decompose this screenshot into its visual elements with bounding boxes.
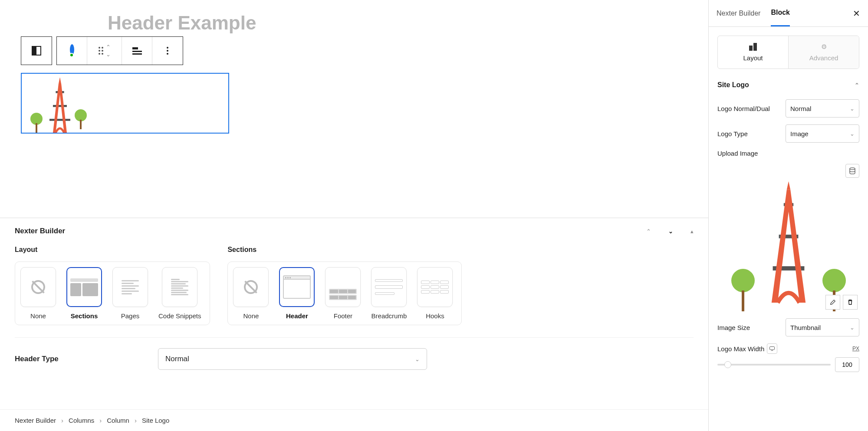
logo-mode-select[interactable]: Normal ⌄ <box>786 99 859 118</box>
section-option-hooks[interactable]: Hooks <box>417 267 453 320</box>
globe-icon <box>71 45 73 56</box>
layout-option-code[interactable]: Code Snippets <box>158 267 201 320</box>
section-option-breadcrumb[interactable]: Breadcrumb <box>371 267 407 320</box>
nexter-builder-panel: Nexter Builder ⌃ ⌄ ▴ Layout None <box>0 218 708 409</box>
site-logo-block-icon <box>32 46 41 56</box>
header-type-label: Header Type <box>15 355 158 363</box>
logo-preview[interactable] <box>717 164 859 311</box>
align-button[interactable] <box>122 37 152 65</box>
layout-option-pages[interactable]: Pages <box>112 267 148 320</box>
breadcrumb-icon <box>375 279 403 295</box>
panel-collapse-up[interactable]: ⌃ <box>646 228 651 235</box>
logo-type-value: Image <box>790 130 809 137</box>
more-icon <box>167 47 168 55</box>
breadcrumb: Nexter Builder› Columns› Column› Site Lo… <box>0 409 708 431</box>
trash-icon <box>847 299 853 305</box>
tree-illustration <box>75 108 87 129</box>
breadcrumb-item[interactable]: Nexter Builder <box>15 417 56 424</box>
code-icon <box>168 276 191 298</box>
header-type-select[interactable]: Normal ⌄ <box>158 348 427 370</box>
subtab-layout-label: Layout <box>743 54 763 62</box>
none-icon <box>244 280 258 294</box>
pencil-icon <box>830 299 836 305</box>
sidebar: Nexter Builder Block ✕ Layout ⚙ Advanced… <box>708 0 868 431</box>
breadcrumb-item[interactable]: Column <box>107 417 129 424</box>
eiffel-tower-icon <box>758 173 819 311</box>
globe-button[interactable] <box>57 37 87 65</box>
sections-icon <box>70 278 98 296</box>
logo-type-label: Logo Type <box>717 130 748 137</box>
section-option-footer[interactable]: Footer <box>325 267 361 320</box>
max-width-input[interactable] <box>835 357 859 372</box>
edit-image-button[interactable] <box>825 295 840 310</box>
page-title: Header Example <box>108 12 687 34</box>
accordion-title: Site Logo <box>717 81 749 89</box>
logo-mode-value: Normal <box>790 105 811 112</box>
svg-marker-10 <box>771 190 805 303</box>
subtab-layout[interactable]: Layout <box>718 36 788 69</box>
chevron-down-icon: ⌄ <box>850 105 855 112</box>
section-options: None Header Footer Breadcrumb <box>227 261 462 325</box>
sidebar-tab-nexter[interactable]: Nexter Builder <box>717 0 760 26</box>
section-option-none[interactable]: None <box>233 267 269 320</box>
svg-marker-4 <box>53 84 67 133</box>
tree-illustration <box>30 111 43 133</box>
breadcrumb-item[interactable]: Site Logo <box>142 417 169 424</box>
layout-options: None Sections Pages Code Snippets <box>15 261 210 325</box>
drag-handle-icon[interactable] <box>99 47 103 55</box>
align-icon <box>132 47 142 55</box>
pages-icon <box>119 278 141 297</box>
move-up-button[interactable]: ⌃ <box>106 44 111 50</box>
none-icon <box>31 280 45 294</box>
panel-collapse-down[interactable]: ⌄ <box>668 228 673 235</box>
subtab-advanced-label: Advanced <box>809 54 838 62</box>
header-type-value: Normal <box>165 355 189 363</box>
hooks-icon <box>421 281 449 294</box>
layout-section-title: Layout <box>15 246 210 254</box>
chevron-up-icon: ⌃ <box>855 82 859 88</box>
close-sidebar-button[interactable]: ✕ <box>853 8 860 19</box>
more-options-button[interactable] <box>152 37 183 65</box>
block-type-button[interactable] <box>21 37 52 65</box>
unit-toggle[interactable]: PX <box>852 346 859 352</box>
max-width-label: Logo Max Width <box>717 345 764 353</box>
layout-option-sections[interactable]: Sections <box>66 267 102 320</box>
delete-image-button[interactable] <box>843 295 858 310</box>
tree-illustration <box>731 264 755 311</box>
sections-section-title: Sections <box>227 246 462 254</box>
svg-rect-2 <box>53 105 67 107</box>
canvas-area: Header Example ⌃ <box>0 0 708 218</box>
max-width-slider[interactable] <box>717 364 831 366</box>
image-size-value: Thumbnail <box>790 324 821 331</box>
breadcrumb-item[interactable]: Columns <box>69 417 94 424</box>
selected-site-logo-block[interactable] <box>21 73 229 134</box>
move-down-button[interactable]: ⌄ <box>106 51 111 58</box>
chevron-down-icon: ⌄ <box>850 324 855 331</box>
subtab-advanced[interactable]: ⚙ Advanced <box>788 36 859 69</box>
accordion-site-logo[interactable]: Site Logo ⌃ <box>717 78 859 92</box>
section-option-header[interactable]: Header <box>279 267 315 320</box>
image-size-select[interactable]: Thumbnail ⌄ <box>786 318 859 336</box>
responsive-device-button[interactable] <box>767 343 777 354</box>
chevron-down-icon: ⌄ <box>850 131 855 137</box>
panel-toggle[interactable]: ▴ <box>690 228 694 235</box>
image-size-label: Image Size <box>717 324 750 331</box>
svg-marker-0 <box>59 77 61 84</box>
logo-type-select[interactable]: Image ⌄ <box>786 124 859 143</box>
desktop-icon <box>769 346 775 351</box>
panel-title: Nexter Builder <box>15 227 65 235</box>
gear-icon: ⚙ <box>821 43 827 51</box>
layout-option-none[interactable]: None <box>20 267 56 320</box>
upload-image-label: Upload Image <box>717 150 758 157</box>
svg-rect-11 <box>770 347 775 350</box>
chevron-down-icon: ⌄ <box>415 356 420 362</box>
sidebar-tab-block[interactable]: Block <box>771 0 790 26</box>
layout-tab-icon <box>749 43 757 51</box>
header-icon <box>283 275 311 299</box>
footer-icon <box>329 274 357 300</box>
svg-marker-6 <box>786 181 790 190</box>
logo-mode-label: Logo Normal/Dual <box>717 105 770 112</box>
svg-rect-3 <box>49 119 70 121</box>
eiffel-tower-icon <box>43 77 77 133</box>
block-toolbar: ⌃ ⌄ <box>21 36 687 65</box>
